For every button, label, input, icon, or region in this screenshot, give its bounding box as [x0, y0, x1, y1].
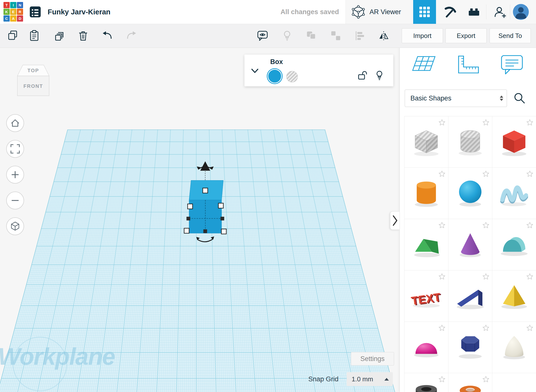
- logo-tile: K: [3, 9, 10, 15]
- bricks-mode-button[interactable]: [463, 0, 485, 24]
- favorite-star-icon[interactable]: [526, 273, 534, 280]
- corner-scale-handle[interactable]: [218, 203, 223, 208]
- delete-button[interactable]: [76, 29, 90, 43]
- corner-scale-handle[interactable]: [188, 204, 193, 209]
- show-hide-button[interactable]: [256, 29, 269, 43]
- favorite-star-icon[interactable]: [438, 324, 446, 332]
- edge-scale-handle[interactable]: [203, 229, 207, 233]
- shape-round-roof[interactable]: [492, 219, 536, 270]
- favorite-star-icon[interactable]: [482, 222, 490, 229]
- shape-cone-icon: [453, 226, 488, 261]
- mirror-icon: [378, 30, 390, 42]
- favorite-star-icon[interactable]: [526, 170, 534, 178]
- 3d-viewport[interactable]: Workplane: [0, 48, 400, 392]
- ar-viewer-button[interactable]: AR Viewer: [352, 0, 401, 24]
- export-button[interactable]: Export: [445, 28, 487, 43]
- favorite-star-icon[interactable]: [482, 273, 490, 280]
- design-title[interactable]: Funky Jarv-Kieran: [48, 0, 110, 24]
- inspector-collapse-button[interactable]: [250, 66, 260, 76]
- shape-pyramid-icon: [497, 277, 532, 312]
- shape-sphere[interactable]: [448, 168, 492, 219]
- logo-tile: I: [10, 2, 16, 8]
- copy-button[interactable]: [6, 29, 20, 43]
- search-shapes-button[interactable]: [512, 91, 527, 106]
- viewcube-front-label[interactable]: FRONT: [24, 83, 43, 89]
- shape-text[interactable]: TEXT TEXT: [404, 270, 448, 322]
- minecraft-mode-button[interactable]: [438, 0, 461, 24]
- height-scale-handle[interactable]: [203, 188, 208, 193]
- shape-tube[interactable]: [404, 373, 448, 392]
- favorite-star-icon[interactable]: [482, 376, 490, 383]
- redo-button[interactable]: [124, 29, 138, 43]
- favorite-star-icon[interactable]: [526, 324, 534, 332]
- shape-half-sphere[interactable]: [404, 322, 448, 373]
- lock-button[interactable]: [358, 70, 368, 81]
- logo-tile: N: [17, 2, 23, 8]
- shape-wedge[interactable]: [448, 270, 492, 322]
- shape-category-select[interactable]: Basic Shapes: [405, 90, 507, 107]
- view-cube[interactable]: TOP FRONT: [14, 59, 52, 98]
- shape-polygon[interactable]: [448, 322, 492, 373]
- rotate-handle[interactable]: [198, 239, 213, 242]
- hole-material-swatch[interactable]: [286, 71, 298, 82]
- user-avatar[interactable]: [513, 4, 529, 20]
- zoom-in-button[interactable]: [6, 166, 24, 184]
- notes-tool-button[interactable]: [500, 53, 524, 76]
- shape-cylinder[interactable]: [404, 168, 448, 219]
- tinkercad-logo[interactable]: TINKERCAD: [3, 2, 23, 22]
- corner-scale-handle[interactable]: [221, 229, 226, 234]
- shape-torus[interactable]: [448, 373, 492, 392]
- snap-grid-dropdown[interactable]: 1.0 mm: [347, 372, 393, 386]
- collaborate-button[interactable]: [489, 0, 511, 24]
- hide-button[interactable]: [374, 70, 385, 81]
- import-button[interactable]: Import: [402, 28, 443, 43]
- shape-pyramid[interactable]: [492, 270, 536, 322]
- shape-paraboloid[interactable]: [492, 322, 536, 373]
- perspective-toggle-button[interactable]: [6, 217, 24, 235]
- shape-cone[interactable]: [448, 219, 492, 270]
- favorite-star-icon[interactable]: [482, 119, 490, 126]
- favorite-star-icon[interactable]: [438, 376, 446, 383]
- zoom-out-button[interactable]: [6, 192, 24, 209]
- edge-scale-handle[interactable]: [187, 217, 190, 221]
- duplicate-button[interactable]: [53, 29, 67, 43]
- shape-cylinder-hole[interactable]: [448, 116, 492, 168]
- undo-button[interactable]: [101, 29, 115, 43]
- paste-button[interactable]: [27, 29, 41, 43]
- home-view-button[interactable]: [6, 114, 24, 132]
- ruler-tool-button[interactable]: [456, 53, 480, 76]
- favorite-star-icon[interactable]: [482, 170, 490, 178]
- group-button[interactable]: [304, 29, 318, 43]
- favorite-star-icon[interactable]: [438, 170, 446, 178]
- solid-color-swatch[interactable]: [268, 69, 282, 83]
- show-all-button[interactable]: [280, 29, 294, 43]
- favorite-star-icon[interactable]: [438, 273, 446, 280]
- viewcube-top-label[interactable]: TOP: [28, 68, 39, 73]
- favorite-star-icon[interactable]: [438, 119, 446, 126]
- shape-scribble[interactable]: [492, 168, 536, 219]
- add-collaborator-icon: [493, 5, 507, 19]
- mirror-button[interactable]: [377, 29, 391, 43]
- workplane-tool-button[interactable]: [412, 53, 436, 76]
- inspector-title: Box: [270, 58, 283, 66]
- send-to-button[interactable]: Send To: [490, 28, 531, 43]
- fit-view-button[interactable]: [6, 140, 24, 158]
- shape-box-hole[interactable]: [404, 116, 448, 168]
- design-mode-button[interactable]: [413, 0, 436, 24]
- shape-box[interactable]: [492, 116, 536, 168]
- grid-settings-button[interactable]: Settings: [351, 352, 394, 365]
- favorite-star-icon[interactable]: [438, 222, 446, 229]
- selected-box-object[interactable]: [0, 48, 400, 392]
- ungroup-button[interactable]: [329, 29, 343, 43]
- favorite-star-icon[interactable]: [482, 324, 490, 332]
- favorite-star-icon[interactable]: [526, 119, 534, 126]
- align-button[interactable]: [353, 29, 367, 43]
- favorite-star-icon[interactable]: [526, 222, 534, 229]
- shape-paraboloid-icon: [497, 328, 532, 363]
- shape-roof[interactable]: [404, 219, 448, 270]
- designs-menu-button[interactable]: [29, 6, 41, 18]
- sidebar-collapse-tab[interactable]: [390, 211, 400, 230]
- corner-scale-handle[interactable]: [184, 228, 189, 233]
- raise-handle[interactable]: [200, 161, 210, 171]
- edge-scale-handle[interactable]: [221, 217, 224, 221]
